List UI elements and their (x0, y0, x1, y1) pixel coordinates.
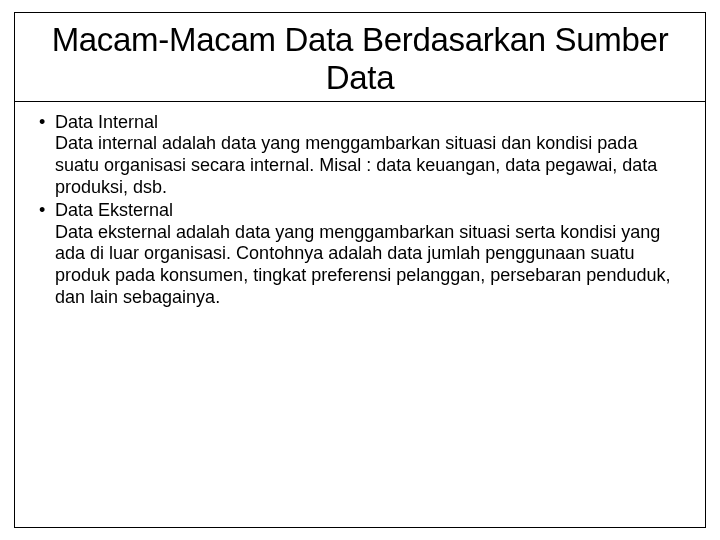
bullet-marker-icon: • (39, 200, 45, 222)
slide-container: Macam-Macam Data Berdasarkan Sumber Data… (14, 12, 706, 528)
bullet-marker-icon: • (39, 112, 45, 134)
bullet-item: • Data Internal Data internal adalah dat… (55, 112, 677, 198)
slide-title: Macam-Macam Data Berdasarkan Sumber Data (35, 21, 685, 97)
title-block: Macam-Macam Data Berdasarkan Sumber Data (15, 13, 705, 102)
bullet-description: Data eksternal adalah data yang menggamb… (55, 222, 677, 308)
bullet-heading: Data Eksternal (55, 200, 677, 222)
bullet-item: • Data Eksternal Data eksternal adalah d… (55, 200, 677, 308)
bullet-description: Data internal adalah data yang menggamba… (55, 133, 677, 198)
content-block: • Data Internal Data internal adalah dat… (15, 102, 705, 320)
bullet-heading: Data Internal (55, 112, 677, 134)
